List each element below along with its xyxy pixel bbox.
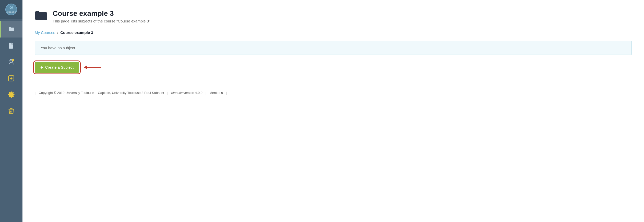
trash-icon <box>8 107 15 115</box>
sidebar: elaastic ! <box>0 0 22 222</box>
sidebar-item-documents[interactable] <box>0 38 22 54</box>
empty-subjects-message: You have no subject. <box>35 41 632 55</box>
breadcrumb: My Courses / Course example 3 <box>35 30 632 35</box>
arrow-annotation <box>84 65 101 69</box>
logo-circle: elaastic <box>5 4 17 15</box>
create-subject-button[interactable]: + Create a Subject <box>35 62 79 73</box>
assignment-icon: ! <box>8 58 15 66</box>
document-icon <box>8 42 15 49</box>
page-header-icon <box>35 10 48 22</box>
sidebar-item-settings[interactable] <box>0 87 22 103</box>
create-button-plus: + <box>40 65 43 70</box>
logo-icon <box>8 6 14 10</box>
breadcrumb-parent-link[interactable]: My Courses <box>35 30 55 35</box>
footer-mentions-link[interactable]: Mentions <box>209 91 223 95</box>
svg-rect-2 <box>10 46 13 46</box>
footer-version: elaastic version 4.0.0 <box>171 91 202 95</box>
sidebar-logo: elaastic <box>0 0 22 19</box>
sidebar-nav: ! <box>0 19 22 119</box>
gear-icon <box>8 91 15 98</box>
footer-version-label: elaastic <box>171 91 183 95</box>
create-button-label: Create a Subject <box>45 65 74 69</box>
footer-divider-1: | <box>167 91 168 95</box>
page-title: Course example 3 <box>53 9 150 18</box>
footer-separator-left: | <box>35 91 35 95</box>
sidebar-item-trash[interactable] <box>0 103 22 119</box>
footer-separator-right: | <box>226 91 227 95</box>
page-header-text: Course example 3 This page lists subject… <box>53 9 150 23</box>
logo-text: elaastic <box>6 11 16 13</box>
page-header: Course example 3 This page lists subject… <box>35 9 632 23</box>
main-content: Course example 3 This page lists subject… <box>22 0 644 222</box>
svg-text:!: ! <box>13 60 13 61</box>
button-row: + Create a Subject <box>35 62 632 73</box>
footer: | Copyright © 2019 University Toulouse 1… <box>35 85 632 95</box>
arrow-line <box>87 67 101 68</box>
course-folder-icon <box>35 10 48 21</box>
sidebar-item-add[interactable] <box>0 70 22 87</box>
add-icon <box>8 75 15 82</box>
page-description: This page lists subjects of the course "… <box>53 19 150 23</box>
breadcrumb-separator: / <box>57 30 58 35</box>
arrow-head <box>84 65 87 69</box>
folder-icon <box>8 26 15 33</box>
svg-point-1 <box>11 7 12 8</box>
footer-copyright: Copyright © 2019 University Toulouse 1 C… <box>39 91 164 95</box>
sidebar-item-assignments[interactable]: ! <box>0 54 22 70</box>
breadcrumb-current: Course example 3 <box>60 30 93 35</box>
sidebar-item-courses[interactable] <box>0 21 22 38</box>
footer-divider-2: | <box>206 91 206 95</box>
svg-rect-3 <box>10 47 12 47</box>
